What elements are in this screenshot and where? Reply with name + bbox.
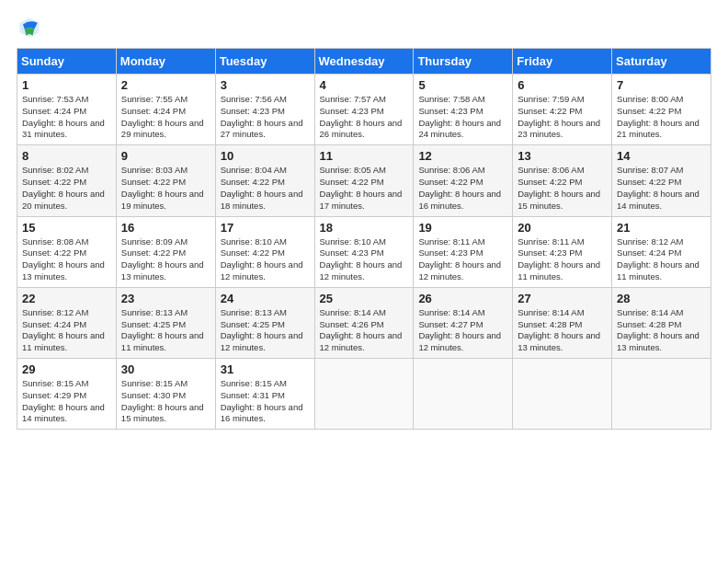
day-number: 1 — [22, 78, 111, 92]
calendar-cell: 16Sunrise: 8:09 AMSunset: 4:22 PMDayligh… — [116, 216, 215, 287]
col-header-friday: Friday — [513, 49, 612, 75]
calendar-cell: 18Sunrise: 8:10 AMSunset: 4:23 PMDayligh… — [314, 216, 414, 287]
calendar-cell: 23Sunrise: 8:13 AMSunset: 4:25 PMDayligh… — [116, 287, 215, 358]
calendar: SundayMondayTuesdayWednesdayThursdayFrid… — [17, 48, 711, 430]
week-row-3: 15Sunrise: 8:08 AMSunset: 4:22 PMDayligh… — [17, 216, 711, 287]
day-number: 30 — [121, 362, 210, 376]
col-header-saturday: Saturday — [612, 49, 711, 75]
calendar-cell: 15Sunrise: 8:08 AMSunset: 4:22 PMDayligh… — [17, 216, 117, 287]
day-info: Sunrise: 8:11 AMSunset: 4:23 PMDaylight:… — [418, 236, 507, 283]
day-number: 20 — [518, 221, 607, 235]
calendar-cell: 21Sunrise: 8:12 AMSunset: 4:24 PMDayligh… — [612, 216, 711, 287]
day-info: Sunrise: 8:13 AMSunset: 4:25 PMDaylight:… — [121, 307, 210, 354]
day-info: Sunrise: 8:12 AMSunset: 4:24 PMDaylight:… — [617, 236, 706, 283]
day-number: 17 — [221, 221, 310, 235]
calendar-cell: 28Sunrise: 8:14 AMSunset: 4:28 PMDayligh… — [612, 287, 711, 358]
day-number: 5 — [418, 78, 507, 92]
day-number: 23 — [121, 292, 210, 305]
calendar-cell — [513, 359, 612, 430]
day-info: Sunrise: 8:06 AMSunset: 4:22 PMDaylight:… — [418, 165, 507, 212]
week-row-4: 22Sunrise: 8:12 AMSunset: 4:24 PMDayligh… — [17, 287, 711, 358]
day-number: 6 — [518, 78, 607, 92]
calendar-cell: 19Sunrise: 8:11 AMSunset: 4:23 PMDayligh… — [414, 216, 513, 287]
day-info: Sunrise: 8:09 AMSunset: 4:22 PMDaylight:… — [121, 236, 210, 283]
calendar-cell: 26Sunrise: 8:14 AMSunset: 4:27 PMDayligh… — [414, 287, 513, 358]
day-number: 12 — [418, 149, 507, 163]
calendar-cell — [414, 359, 513, 430]
day-info: Sunrise: 8:14 AMSunset: 4:28 PMDaylight:… — [617, 307, 706, 354]
day-number: 4 — [320, 78, 409, 92]
day-number: 31 — [221, 362, 310, 376]
calendar-cell: 20Sunrise: 8:11 AMSunset: 4:23 PMDayligh… — [513, 216, 612, 287]
day-info: Sunrise: 8:02 AMSunset: 4:22 PMDaylight:… — [22, 165, 111, 212]
day-number: 9 — [121, 149, 210, 163]
col-header-monday: Monday — [116, 49, 215, 75]
day-number: 3 — [221, 78, 310, 92]
calendar-cell: 8Sunrise: 8:02 AMSunset: 4:22 PMDaylight… — [17, 145, 117, 216]
day-number: 14 — [617, 149, 706, 163]
page: SundayMondayTuesdayWednesdayThursdayFrid… — [0, 0, 728, 563]
day-number: 13 — [518, 149, 607, 163]
calendar-cell: 30Sunrise: 8:15 AMSunset: 4:30 PMDayligh… — [116, 359, 215, 430]
day-number: 19 — [418, 221, 507, 235]
calendar-cell: 11Sunrise: 8:05 AMSunset: 4:22 PMDayligh… — [314, 145, 414, 216]
day-info: Sunrise: 8:03 AMSunset: 4:22 PMDaylight:… — [121, 165, 210, 212]
day-number: 15 — [22, 221, 111, 235]
calendar-cell: 1Sunrise: 7:53 AMSunset: 4:24 PMDaylight… — [17, 75, 117, 145]
day-number: 8 — [22, 149, 111, 163]
day-number: 2 — [121, 78, 210, 92]
calendar-cell: 5Sunrise: 7:58 AMSunset: 4:23 PMDaylight… — [414, 75, 513, 145]
day-info: Sunrise: 8:10 AMSunset: 4:22 PMDaylight:… — [221, 236, 310, 283]
day-info: Sunrise: 8:12 AMSunset: 4:24 PMDaylight:… — [22, 307, 111, 354]
calendar-cell: 14Sunrise: 8:07 AMSunset: 4:22 PMDayligh… — [612, 145, 711, 216]
day-number: 26 — [418, 292, 507, 305]
day-info: Sunrise: 8:05 AMSunset: 4:22 PMDaylight:… — [320, 165, 409, 212]
logo — [17, 15, 44, 40]
calendar-cell: 2Sunrise: 7:55 AMSunset: 4:24 PMDaylight… — [116, 75, 215, 145]
day-number: 10 — [221, 149, 310, 163]
week-row-1: 1Sunrise: 7:53 AMSunset: 4:24 PMDaylight… — [17, 75, 711, 145]
day-info: Sunrise: 8:04 AMSunset: 4:22 PMDaylight:… — [221, 165, 310, 212]
calendar-cell: 3Sunrise: 7:56 AMSunset: 4:23 PMDaylight… — [215, 75, 314, 145]
day-number: 11 — [320, 149, 409, 163]
calendar-header-row: SundayMondayTuesdayWednesdayThursdayFrid… — [17, 49, 711, 75]
calendar-cell: 17Sunrise: 8:10 AMSunset: 4:22 PMDayligh… — [215, 216, 314, 287]
logo-icon — [17, 15, 42, 40]
day-info: Sunrise: 7:57 AMSunset: 4:23 PMDaylight:… — [320, 94, 409, 141]
col-header-thursday: Thursday — [414, 49, 513, 75]
day-info: Sunrise: 7:53 AMSunset: 4:24 PMDaylight:… — [22, 94, 111, 141]
calendar-cell: 22Sunrise: 8:12 AMSunset: 4:24 PMDayligh… — [17, 287, 117, 358]
day-number: 21 — [617, 221, 706, 235]
calendar-cell: 9Sunrise: 8:03 AMSunset: 4:22 PMDaylight… — [116, 145, 215, 216]
calendar-cell: 4Sunrise: 7:57 AMSunset: 4:23 PMDaylight… — [314, 75, 414, 145]
day-number: 28 — [617, 292, 706, 305]
day-info: Sunrise: 8:15 AMSunset: 4:31 PMDaylight:… — [221, 378, 310, 425]
calendar-cell: 25Sunrise: 8:14 AMSunset: 4:26 PMDayligh… — [314, 287, 414, 358]
col-header-tuesday: Tuesday — [215, 49, 314, 75]
day-info: Sunrise: 8:14 AMSunset: 4:27 PMDaylight:… — [418, 307, 507, 354]
week-row-2: 8Sunrise: 8:02 AMSunset: 4:22 PMDaylight… — [17, 145, 711, 216]
calendar-cell: 27Sunrise: 8:14 AMSunset: 4:28 PMDayligh… — [513, 287, 612, 358]
calendar-cell: 29Sunrise: 8:15 AMSunset: 4:29 PMDayligh… — [17, 359, 117, 430]
day-number: 27 — [518, 292, 607, 305]
day-number: 29 — [22, 362, 111, 376]
day-info: Sunrise: 8:07 AMSunset: 4:22 PMDaylight:… — [617, 165, 706, 212]
day-info: Sunrise: 8:14 AMSunset: 4:26 PMDaylight:… — [320, 307, 409, 354]
day-info: Sunrise: 8:10 AMSunset: 4:23 PMDaylight:… — [320, 236, 409, 283]
day-number: 18 — [320, 221, 409, 235]
day-info: Sunrise: 8:11 AMSunset: 4:23 PMDaylight:… — [518, 236, 607, 283]
col-header-wednesday: Wednesday — [314, 49, 414, 75]
week-row-5: 29Sunrise: 8:15 AMSunset: 4:29 PMDayligh… — [17, 359, 711, 430]
calendar-cell — [612, 359, 711, 430]
day-info: Sunrise: 7:55 AMSunset: 4:24 PMDaylight:… — [121, 94, 210, 141]
day-info: Sunrise: 7:59 AMSunset: 4:22 PMDaylight:… — [518, 94, 607, 141]
calendar-cell: 6Sunrise: 7:59 AMSunset: 4:22 PMDaylight… — [513, 75, 612, 145]
calendar-cell: 10Sunrise: 8:04 AMSunset: 4:22 PMDayligh… — [215, 145, 314, 216]
calendar-cell: 7Sunrise: 8:00 AMSunset: 4:22 PMDaylight… — [612, 75, 711, 145]
header — [17, 15, 711, 40]
day-number: 24 — [221, 292, 310, 305]
day-info: Sunrise: 8:08 AMSunset: 4:22 PMDaylight:… — [22, 236, 111, 283]
day-info: Sunrise: 8:14 AMSunset: 4:28 PMDaylight:… — [518, 307, 607, 354]
day-info: Sunrise: 7:56 AMSunset: 4:23 PMDaylight:… — [221, 94, 310, 141]
day-number: 16 — [121, 221, 210, 235]
